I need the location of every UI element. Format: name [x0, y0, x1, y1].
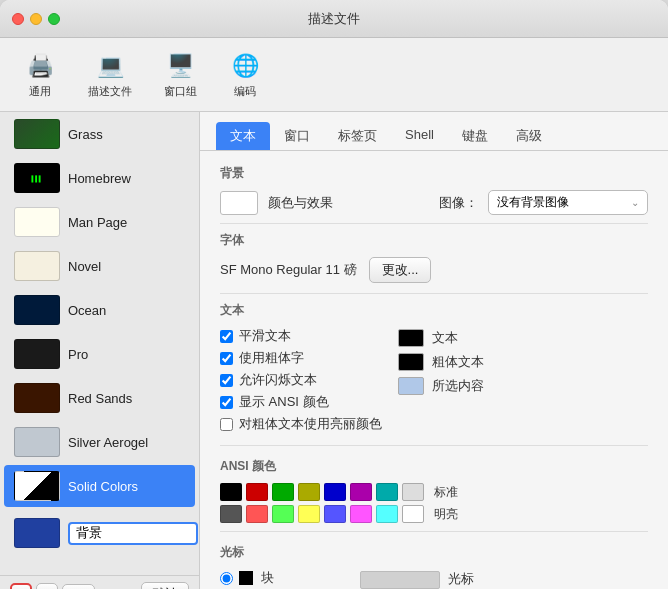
text-color-box: 文本: [398, 329, 484, 347]
divider2: [220, 293, 648, 294]
ansi-bright-3[interactable]: [298, 505, 320, 523]
encoding-icon: 🌐: [229, 50, 261, 82]
sidebar-item-pro[interactable]: Pro: [4, 333, 195, 375]
toolbar-encoding[interactable]: 🌐 编码: [221, 46, 269, 103]
sidebar: Grass ▌▌▌ Homebrew Man Page Novel Ocean: [0, 112, 200, 589]
sidebar-item-grass[interactable]: Grass: [4, 113, 195, 155]
image-label: 图像：: [439, 194, 478, 212]
ansi-bright-2[interactable]: [272, 505, 294, 523]
bright-label: 对粗体文本使用亮丽颜色: [239, 415, 382, 433]
text-color-swatch[interactable]: [398, 329, 424, 347]
ansi-normal-2[interactable]: [272, 483, 294, 501]
ansi-bright-6[interactable]: [376, 505, 398, 523]
bold-color-box: 粗体文本: [398, 353, 484, 371]
toolbar-window-group[interactable]: 🖥️ 窗口组: [156, 46, 205, 103]
cursor-row: 块 下划线 竖条: [220, 569, 648, 589]
toolbar-general[interactable]: 🖨️ 通用: [16, 46, 64, 103]
sidebar-item-ocean[interactable]: Ocean: [4, 289, 195, 331]
ansi-bright-1[interactable]: [246, 505, 268, 523]
sidebar-label-silveraerogel: Silver Aerogel: [68, 435, 148, 450]
image-dropdown[interactable]: 没有背景图像 ⌄: [488, 190, 648, 215]
thumb-silveraerogel: [14, 427, 60, 457]
profile-name-input[interactable]: [68, 522, 198, 545]
tab-text[interactable]: 文本: [216, 122, 270, 150]
bg-color-preview[interactable]: [220, 191, 258, 215]
bold-checkbox[interactable]: [220, 352, 233, 365]
tab-shell[interactable]: Shell: [391, 122, 448, 150]
ansi-bright-7[interactable]: [402, 505, 424, 523]
tab-advanced[interactable]: 高级: [502, 122, 556, 150]
window-group-label: 窗口组: [164, 84, 197, 99]
divider4: [220, 531, 648, 532]
add-profile-button[interactable]: +: [10, 583, 32, 589]
bold-color-label: 粗体文本: [432, 353, 484, 371]
cursor-radio-group: 块 下划线 竖条: [220, 569, 300, 589]
ansi-checkbox[interactable]: [220, 396, 233, 409]
smooth-checkbox[interactable]: [220, 330, 233, 343]
sidebar-item-novel[interactable]: Novel: [4, 245, 195, 287]
traffic-lights: [12, 13, 60, 25]
blinking-checkbox[interactable]: [220, 374, 233, 387]
ansi-section: ANSI 颜色 标准: [220, 458, 648, 523]
ansi-normal-6[interactable]: [376, 483, 398, 501]
tabs: 文本 窗口 标签页 Shell 键盘 高级: [200, 112, 668, 151]
selection-color-box: 所选内容: [398, 377, 484, 395]
ansi-bright-label: 明亮: [434, 506, 458, 523]
ansi-normal-1[interactable]: [246, 483, 268, 501]
ansi-normal-7[interactable]: [402, 483, 424, 501]
font-row: SF Mono Regular 11 磅 更改...: [220, 257, 648, 283]
tab-tags[interactable]: 标签页: [324, 122, 391, 150]
ansi-label: 显示 ANSI 颜色: [239, 393, 329, 411]
bold-color-swatch[interactable]: [398, 353, 424, 371]
sidebar-item-solidcolors[interactable]: Solid Colors: [4, 465, 195, 507]
blinking-label: 允许闪烁文本: [239, 371, 317, 389]
cursor-block-row: 块: [220, 569, 300, 587]
sidebar-label-ocean: Ocean: [68, 303, 106, 318]
minimize-button[interactable]: [30, 13, 42, 25]
ansi-normal-0[interactable]: [220, 483, 242, 501]
cursor-section-title: 光标: [220, 544, 648, 561]
tab-window[interactable]: 窗口: [270, 122, 324, 150]
default-button[interactable]: 默认: [141, 582, 189, 589]
bright-checkbox[interactable]: [220, 418, 233, 431]
remove-profile-button[interactable]: —: [36, 583, 58, 589]
checkbox-blinking: 允许闪烁文本: [220, 371, 382, 389]
checkboxes-group: 平滑文本 使用粗体字 允许闪烁文本 显示 ANSI 颜色: [220, 327, 382, 437]
sidebar-label-grass: Grass: [68, 127, 103, 142]
image-value: 没有背景图像: [497, 194, 569, 211]
ansi-normal-row: 标准: [220, 483, 648, 501]
change-font-button[interactable]: 更改...: [369, 257, 432, 283]
thumb-homebrew: ▌▌▌: [14, 163, 60, 193]
encoding-label: 编码: [234, 84, 256, 99]
thumb-grass: [14, 119, 60, 149]
tab-keyboard[interactable]: 键盘: [448, 122, 502, 150]
cursor-section: 光标 块 下划线: [220, 544, 648, 589]
gear-button[interactable]: ⚙ ▾: [62, 584, 95, 590]
ansi-normal-4[interactable]: [324, 483, 346, 501]
sidebar-item-silveraerogel[interactable]: Silver Aerogel: [4, 421, 195, 463]
sidebar-label-homebrew: Homebrew: [68, 171, 131, 186]
content: Grass ▌▌▌ Homebrew Man Page Novel Ocean: [0, 112, 668, 589]
background-section-title: 背景: [220, 165, 648, 182]
selection-color-swatch[interactable]: [398, 377, 424, 395]
sidebar-item-homebrew[interactable]: ▌▌▌ Homebrew: [4, 157, 195, 199]
thumb-manpage: [14, 207, 60, 237]
app-window: 描述文件 🖨️ 通用 💻 描述文件 🖥️ 窗口组 🌐 编码 Grass: [0, 0, 668, 589]
maximize-button[interactable]: [48, 13, 60, 25]
cursor-block-radio[interactable]: [220, 572, 233, 585]
ansi-bright-5[interactable]: [350, 505, 372, 523]
checkbox-ansi: 显示 ANSI 颜色: [220, 393, 382, 411]
close-button[interactable]: [12, 13, 24, 25]
ansi-normal-5[interactable]: [350, 483, 372, 501]
sidebar-item-redsands[interactable]: Red Sands: [4, 377, 195, 419]
font-name: SF Mono Regular 11 磅: [220, 261, 357, 279]
text-color-label: 文本: [432, 329, 458, 347]
cursor-color-preview[interactable]: [360, 571, 440, 589]
sidebar-item-editing[interactable]: [4, 512, 195, 554]
sidebar-item-manpage[interactable]: Man Page: [4, 201, 195, 243]
ansi-normal-3[interactable]: [298, 483, 320, 501]
window-title: 描述文件: [308, 10, 360, 28]
ansi-bright-4[interactable]: [324, 505, 346, 523]
ansi-bright-0[interactable]: [220, 505, 242, 523]
toolbar-profile[interactable]: 💻 描述文件: [80, 46, 140, 103]
